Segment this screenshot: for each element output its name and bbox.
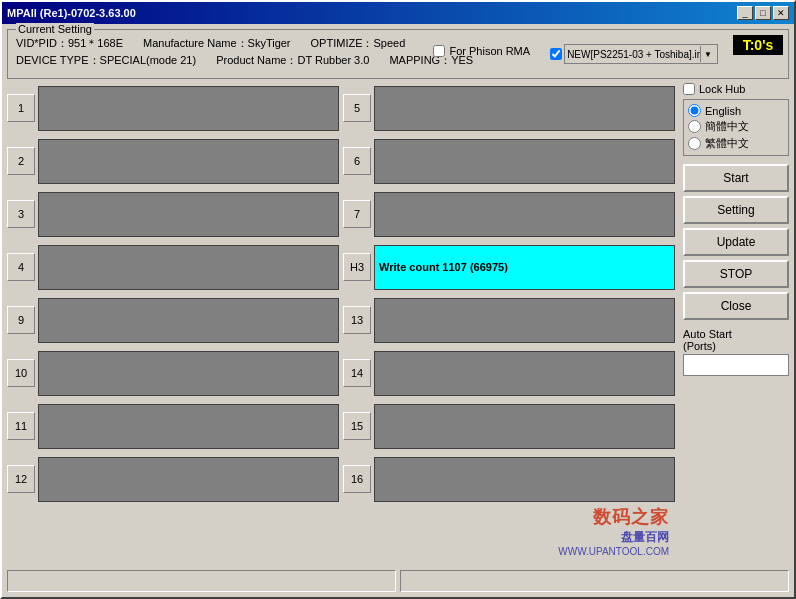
bottom-bar: [7, 570, 789, 592]
auto-start-section: Auto Start (Ports): [683, 328, 789, 376]
mapping-dropdown[interactable]: NEW[PS2251-03 + Toshiba].ir ▼: [564, 44, 718, 64]
radio-traditional-label: 繁體中文: [705, 136, 749, 151]
phison-rma-label: For Phison RMA: [449, 45, 530, 57]
main-area: 1 2 3 4 9: [7, 83, 789, 562]
port-row-14: 14: [343, 348, 675, 398]
port-button-2[interactable]: 2: [7, 147, 35, 175]
port-row-13: 13: [343, 295, 675, 345]
port-button-10[interactable]: 10: [7, 359, 35, 387]
right-control-panel: Lock Hub English 簡體中文 繁體中文: [679, 83, 789, 562]
port-button-16[interactable]: 16: [343, 465, 371, 493]
close-button-main[interactable]: Close: [683, 292, 789, 320]
bottom-input-left: [7, 570, 396, 592]
port-button-11[interactable]: 11: [7, 412, 35, 440]
mapping-dropdown-row: NEW[PS2251-03 + Toshiba].ir ▼: [550, 44, 718, 64]
port-display-12: [38, 457, 339, 502]
port-row-4: 4: [7, 242, 339, 292]
port-display-13: [374, 298, 675, 343]
port-button-1[interactable]: 1: [7, 94, 35, 122]
port-row-2: 2: [7, 136, 339, 186]
port-row-h3: H3 Write count 1107 (66975): [343, 242, 675, 292]
lock-hub-row: Lock Hub: [683, 83, 789, 95]
port-display-15: [374, 404, 675, 449]
radio-simplified-chinese[interactable]: [688, 120, 701, 133]
port-row-12: 12: [7, 454, 339, 504]
left-port-column: 1 2 3 4 9: [7, 83, 339, 562]
port-button-15[interactable]: 15: [343, 412, 371, 440]
radio-english-row: English: [688, 104, 784, 117]
radio-simplified-row: 簡體中文: [688, 119, 784, 134]
port-display-7: [374, 192, 675, 237]
port-button-3[interactable]: 3: [7, 200, 35, 228]
mapping-checkbox[interactable]: [550, 48, 562, 60]
setting-button[interactable]: Setting: [683, 196, 789, 224]
title-bar-buttons: _ □ ✕: [737, 6, 789, 20]
current-setting-box: Current Setting T:0's VID*PID：951＊168E M…: [7, 29, 789, 79]
radio-simplified-label: 簡體中文: [705, 119, 749, 134]
title-bar: MPAll (Re1)-0702-3.63.00 _ □ ✕: [2, 2, 794, 24]
start-button[interactable]: Start: [683, 164, 789, 192]
phison-rma-checkbox[interactable]: [433, 45, 445, 57]
port-display-2: [38, 139, 339, 184]
port-row-15: 15: [343, 401, 675, 451]
lock-hub-checkbox[interactable]: [683, 83, 695, 95]
action-buttons: Start Setting Update STOP Close: [683, 164, 789, 320]
language-radio-group: English 簡體中文 繁體中文: [683, 99, 789, 156]
minimize-button[interactable]: _: [737, 6, 753, 20]
port-row-7: 7: [343, 189, 675, 239]
radio-english[interactable]: [688, 104, 701, 117]
port-button-h3[interactable]: H3: [343, 253, 371, 281]
port-button-13[interactable]: 13: [343, 306, 371, 334]
main-content: Current Setting T:0's VID*PID：951＊168E M…: [2, 24, 794, 597]
port-display-h3: Write count 1107 (66975): [374, 245, 675, 290]
port-button-12[interactable]: 12: [7, 465, 35, 493]
manufacture-name: Manufacture Name：SkyTiger: [143, 36, 291, 51]
optimize: OPTIMIZE：Speed: [311, 36, 406, 51]
port-display-16: [374, 457, 675, 502]
vid-pid: VID*PID：951＊168E: [16, 36, 123, 51]
radio-traditional-row: 繁體中文: [688, 136, 784, 151]
mapping-dropdown-value: NEW[PS2251-03 + Toshiba].ir: [567, 49, 700, 60]
phison-rma-row: For Phison RMA: [433, 45, 530, 57]
port-display-5: [374, 86, 675, 131]
port-row-10: 10: [7, 348, 339, 398]
port-button-9[interactable]: 9: [7, 306, 35, 334]
port-display-4: [38, 245, 339, 290]
auto-start-input[interactable]: [683, 354, 789, 376]
port-display-1: [38, 86, 339, 131]
bottom-input-right: [400, 570, 789, 592]
port-row-11: 11: [7, 401, 339, 451]
port-display-10: [38, 351, 339, 396]
dropdown-arrow-icon[interactable]: ▼: [700, 46, 715, 62]
port-display-6: [374, 139, 675, 184]
radio-english-label: English: [705, 105, 741, 117]
auto-start-label: Auto Start (Ports): [683, 328, 789, 352]
port-button-7[interactable]: 7: [343, 200, 371, 228]
port-button-5[interactable]: 5: [343, 94, 371, 122]
maximize-button[interactable]: □: [755, 6, 771, 20]
port-display-9: [38, 298, 339, 343]
port-button-14[interactable]: 14: [343, 359, 371, 387]
port-row-9: 9: [7, 295, 339, 345]
product-name: Product Name：DT Rubber 3.0: [216, 53, 369, 68]
current-setting-label: Current Setting: [16, 23, 94, 35]
timer-display: T:0's: [733, 35, 783, 55]
port-display-14: [374, 351, 675, 396]
stop-button[interactable]: STOP: [683, 260, 789, 288]
port-row-5: 5: [343, 83, 675, 133]
close-button[interactable]: ✕: [773, 6, 789, 20]
update-button[interactable]: Update: [683, 228, 789, 256]
port-row-6: 6: [343, 136, 675, 186]
port-display-11: [38, 404, 339, 449]
window-title: MPAll (Re1)-0702-3.63.00: [7, 7, 136, 19]
port-display-3: [38, 192, 339, 237]
port-button-6[interactable]: 6: [343, 147, 371, 175]
main-window: MPAll (Re1)-0702-3.63.00 _ □ ✕ Current S…: [0, 0, 796, 599]
right-port-column: 5 6 7 H3 Write count 1107 (66975) 13: [343, 83, 675, 562]
lock-hub-label: Lock Hub: [699, 83, 745, 95]
radio-traditional-chinese[interactable]: [688, 137, 701, 150]
port-row-16: 16: [343, 454, 675, 504]
port-button-4[interactable]: 4: [7, 253, 35, 281]
port-row-3: 3: [7, 189, 339, 239]
device-type: DEVICE TYPE：SPECIAL(mode 21): [16, 53, 196, 68]
